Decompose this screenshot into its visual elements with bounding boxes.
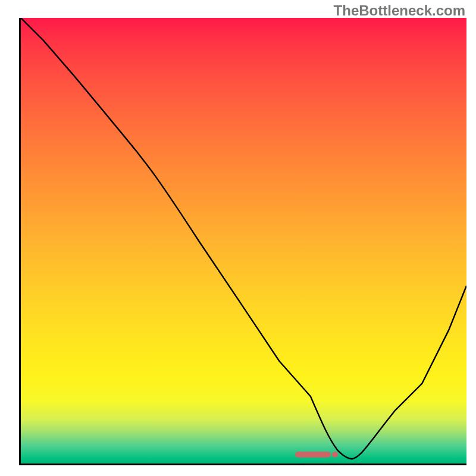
- plot-area: [19, 18, 466, 465]
- optimal-markers: [295, 452, 338, 458]
- watermark-text: TheBottleneck.com: [334, 2, 465, 19]
- marker-dot: [332, 452, 338, 458]
- bottleneck-curve-path: [21, 18, 466, 459]
- marker-bar: [295, 452, 331, 458]
- curve-svg: [21, 18, 466, 464]
